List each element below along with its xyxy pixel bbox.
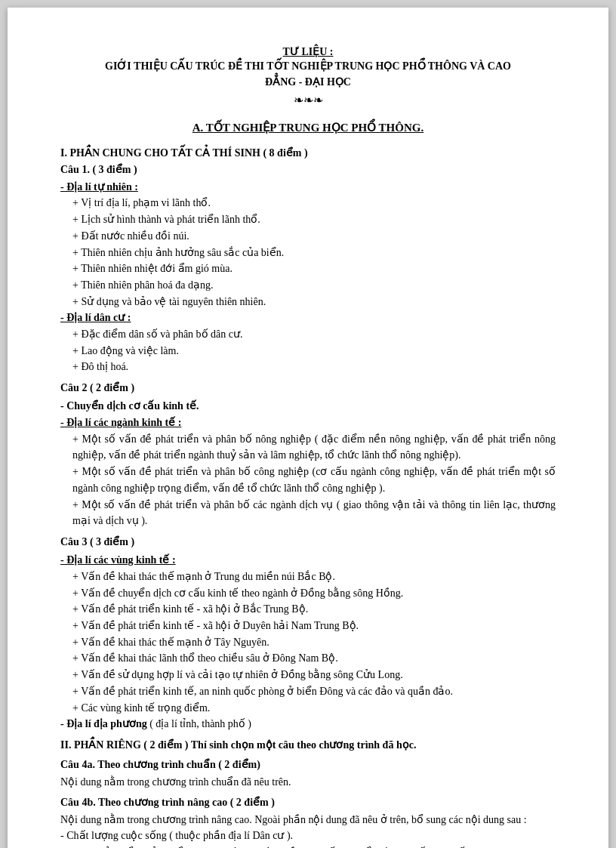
cau3-t1-item4: + Vấn đề phát triển kinh tế - xã hội ở D…: [60, 618, 556, 634]
cau3-t1-item2: + Vấn đề chuyển dịch cơ cấu kinh tế theo…: [60, 585, 556, 602]
cau1-label: Câu 1. ( 3 điểm ): [60, 164, 137, 175]
cau2-topic2-label: - Địa lí các ngành kinh tế :: [60, 415, 556, 431]
cau3-t1-item6: + Vấn đề khai thác lãnh thổ theo chiều s…: [60, 650, 556, 667]
cau4b-item2: - Tăng trưởng tổng sản phẩm trong nước (…: [60, 844, 556, 848]
cau3-t1-item9: + Các vùng kinh tế trọng điểm.: [60, 700, 556, 717]
header-title-line1: TƯ LIỆU :: [60, 45, 556, 58]
cau3-t1-item3: + Vấn đề phát triển kinh tế - xã hội ở B…: [60, 601, 556, 618]
cau1-topic1-label: - Địa lí tự nhiên :: [60, 179, 556, 196]
cau3-label: Câu 3 ( 3 điểm ): [60, 534, 556, 550]
header-title-line2: GIỚI THIỆU CẤU TRÚC ĐỀ THI TỐT NGHIỆP TR…: [60, 58, 556, 74]
part2-title: II. PHẦN RIÊNG ( 2 điểm ) Thí sinh chọn …: [60, 739, 416, 751]
page-header: TƯ LIỆU : GIỚI THIỆU CẤU TRÚC ĐỀ THI TỐT…: [60, 45, 556, 107]
cau2-topic1-label: - Chuyển dịch cơ cấu kinh tế.: [60, 398, 556, 415]
part1-block: I. PHẦN CHUNG CHO TẤT CẢ THÍ SINH ( 8 đi…: [60, 145, 556, 732]
cau1-t1-item3: + Đất nước nhiều đồi núi.: [60, 228, 556, 245]
cau2-t2-item2: + Một số vấn đề phát triển và phân bố cô…: [60, 464, 556, 496]
header-ornament: ❧❧❧: [60, 93, 556, 107]
cau3-t1-item8: + Vấn đề phát triển kinh tế, an ninh quố…: [60, 683, 556, 700]
page: TƯ LIỆU : GIỚI THIỆU CẤU TRÚC ĐỀ THI TỐT…: [8, 8, 608, 848]
cau2-t2-item1: + Một số vấn đề phát triển và phân bố nô…: [60, 431, 556, 464]
cau2-block: Câu 2 ( 2 điểm ) - Chuyển dịch cơ cấu ki…: [60, 380, 556, 529]
cau1-t2-item2: + Lao động và việc làm.: [60, 343, 556, 359]
cau1-t2-item1: + Đặc điểm dân số và phân bố dân cư.: [60, 326, 556, 343]
cau3-t1-item5: + Vấn đề khai thác thế mạnh ở Tây Nguyên…: [60, 634, 556, 651]
cau3-topic1-label: - Địa lí các vùng kinh tế :: [60, 552, 556, 569]
cau4b-intro: Nội dung nằm trong chương trình nâng cao…: [60, 812, 556, 828]
cau4a-block: Câu 4a. Theo chương trình chuẩn ( 2 điểm…: [60, 757, 556, 790]
cau2-t2-item3: + Một số vấn đề phát triển và phân bố cá…: [60, 497, 556, 529]
cau4b-block: Câu 4b. Theo chương trình nâng cao ( 2 đ…: [60, 794, 556, 848]
cau1-block: Câu 1. ( 3 điểm ) - Địa lí tự nhiên : + …: [60, 162, 556, 375]
part1-title: I. PHẦN CHUNG CHO TẤT CẢ THÍ SINH ( 8 đi…: [60, 147, 308, 159]
cau4b-label: Câu 4b. Theo chương trình nâng cao ( 2 đ…: [60, 797, 275, 808]
cau1-t1-item1: + Vị trí địa lí, phạm vi lãnh thổ.: [60, 195, 556, 211]
cau4a-content: Nội dung nằm trong chương trình chuẩn đã…: [60, 774, 556, 791]
cau3-t1-item1: + Vấn đề khai thác thế mạnh ở Trung du m…: [60, 569, 556, 585]
cau1-t1-item7: + Sử dụng và bảo vệ tài nguyên thiên nhi…: [60, 294, 556, 310]
cau1-t1-item6: + Thiên nhiên phân hoá đa dạng.: [60, 277, 556, 294]
cau3-block: Câu 3 ( 3 điểm ) - Địa lí các vùng kinh …: [60, 534, 556, 732]
cau3-t1-item7: + Vấn đề sử dụng hợp lí và cải tạo tự nh…: [60, 667, 556, 683]
cau4b-item1: - Chất lượng cuộc sống ( thuộc phần địa …: [60, 828, 556, 844]
cau3-topic2-label: - Địa lí địa phương ( địa lí tỉnh, thành…: [60, 716, 556, 732]
section-a-title: A. TỐT NGHIỆP TRUNG HỌC PHỔ THÔNG.: [60, 121, 556, 134]
cau1-t1-item5: + Thiên nhiên nhiệt đới ẩm gió mùa.: [60, 261, 556, 277]
part2-block: II. PHẦN RIÊNG ( 2 điểm ) Thí sinh chọn …: [60, 737, 556, 848]
cau4a-label: Câu 4a. Theo chương trình chuẩn ( 2 điểm…: [60, 759, 260, 770]
cau1-t1-item2: + Lịch sử hình thành và phát triển lãnh …: [60, 211, 556, 228]
header-title-line3: ĐẲNG - ĐẠI HỌC: [60, 74, 556, 90]
cau1-t2-item3: + Đô thị hoá.: [60, 359, 556, 375]
cau2-label: Câu 2 ( 2 điểm ): [60, 380, 556, 396]
cau1-topic2-label: - Địa lí dân cư :: [60, 310, 556, 326]
cau1-t1-item4: + Thiên nhiên chịu ảnh hưởng sâu sắc của…: [60, 245, 556, 261]
